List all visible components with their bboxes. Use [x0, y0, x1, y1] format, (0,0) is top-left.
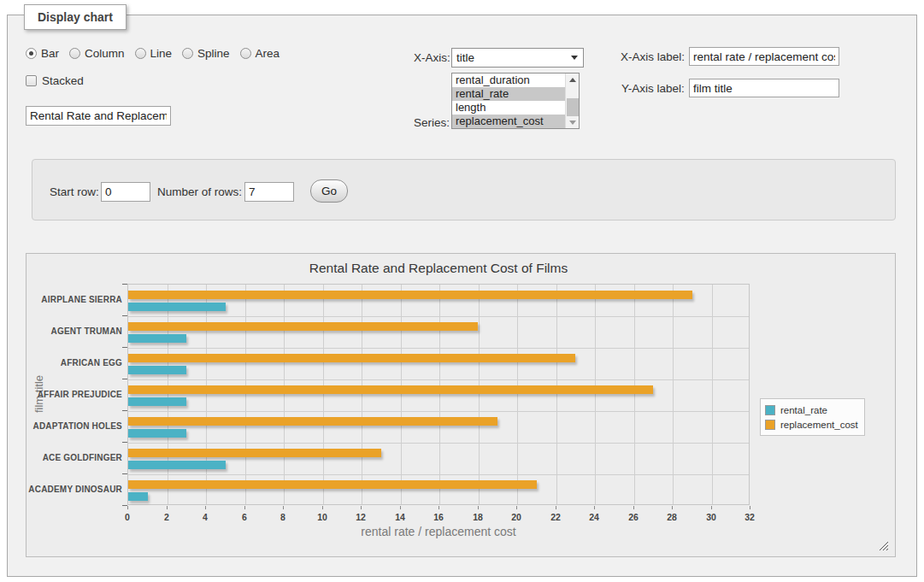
x-tick-mark: [400, 506, 401, 509]
gridline-vertical: [556, 285, 557, 504]
category-label: ADAPTATION HOLES: [28, 410, 122, 442]
gridline-vertical: [168, 285, 168, 504]
y-tick-mark: [122, 410, 127, 411]
chevron-down-icon: [571, 56, 578, 60]
fieldset-legend: Display chart: [24, 4, 127, 30]
x-axis-label-input[interactable]: [689, 47, 839, 66]
x-tick-label: 16: [421, 512, 456, 522]
chart-title: Rental Rate and Replacement Cost of Film…: [127, 261, 750, 276]
radio-label: Column: [85, 47, 125, 60]
gridline-horizontal: [128, 443, 749, 444]
legend-label: replacement_cost: [780, 420, 858, 430]
y-tick-mark: [122, 284, 127, 285]
x-tick-label: 24: [577, 512, 611, 522]
x-tick-label: 8: [266, 512, 300, 522]
x-tick-mark: [438, 506, 439, 509]
row-controls-panel: Start row: Number of rows: Go: [32, 159, 896, 220]
series-option-length[interactable]: length: [452, 101, 565, 115]
x-tick-label: 30: [694, 512, 728, 522]
radio-circle[interactable]: [135, 48, 146, 59]
y-tick-mark: [122, 347, 127, 348]
radio-spline[interactable]: Spline: [182, 47, 230, 60]
resize-handle[interactable]: [879, 541, 889, 551]
radio-column[interactable]: Column: [69, 47, 125, 60]
legend-swatch-rental_rate: [765, 405, 775, 415]
series-listbox[interactable]: rental_durationrental_ratelengthreplacem…: [451, 73, 580, 129]
stacked-checkbox[interactable]: [26, 75, 37, 86]
series-options: rental_durationrental_ratelengthreplacem…: [452, 73, 565, 128]
x-tick-mark: [594, 506, 595, 509]
radio-circle[interactable]: [240, 48, 251, 59]
chart-legend: rental_ratereplacement_cost: [760, 398, 865, 436]
legend-row: replacement_cost: [765, 417, 858, 432]
x-tick-label: 4: [188, 512, 222, 522]
x-tick-label: 10: [305, 512, 339, 522]
radio-label: Line: [150, 47, 173, 60]
bar-rental_rate: [128, 303, 226, 311]
x-tick-label: 18: [461, 512, 495, 522]
bar-replacement_cost: [128, 417, 497, 426]
bar-replacement_cost: [128, 385, 653, 394]
gridline-vertical: [323, 285, 324, 504]
x-axis-label-caption: X-Axis label:: [621, 50, 685, 63]
y-tick-mark: [122, 379, 127, 379]
radio-circle[interactable]: [26, 48, 37, 59]
category-label: AGENT TRUMAN: [28, 315, 122, 347]
radio-area[interactable]: Area: [240, 47, 280, 60]
x-axis-select[interactable]: title: [451, 48, 584, 68]
bar-rental_rate: [128, 334, 186, 343]
y-tick-mark: [122, 442, 127, 443]
radio-label: Area: [256, 47, 280, 60]
category-label: AFRICAN EGG: [28, 347, 122, 379]
gridline-horizontal: [128, 379, 749, 380]
series-option-rental_duration[interactable]: rental_duration: [452, 73, 565, 87]
y-axis-label-input[interactable]: [689, 79, 839, 97]
gridline-horizontal: [128, 316, 749, 317]
gridline-vertical: [712, 285, 713, 504]
gridline-vertical: [439, 285, 440, 504]
x-tick-mark: [322, 506, 323, 509]
x-tick-mark: [205, 506, 206, 509]
plot-area: [127, 284, 750, 505]
radio-label: Spline: [197, 47, 230, 60]
legend-row: rental_rate: [765, 403, 858, 417]
gridline-horizontal: [128, 474, 749, 475]
scroll-down-icon[interactable]: [566, 116, 580, 128]
go-button[interactable]: Go: [310, 179, 348, 203]
bar-rental_rate: [128, 461, 226, 469]
gridline-vertical: [362, 285, 362, 504]
x-tick-label: 14: [383, 512, 417, 522]
bar-rental_rate: [128, 366, 186, 374]
start-row-input[interactable]: [101, 182, 150, 202]
x-tick-mark: [283, 506, 284, 509]
gridline-vertical: [517, 285, 518, 504]
category-label: ACADEMY DINOSAUR: [28, 473, 122, 505]
series-option-replacement_cost[interactable]: replacement_cost: [452, 115, 565, 128]
chart-title-input[interactable]: [26, 106, 171, 126]
x-tick-label: 2: [150, 512, 184, 522]
radio-circle[interactable]: [69, 48, 80, 59]
y-tick-mark: [122, 473, 127, 474]
radio-bar[interactable]: Bar: [26, 47, 59, 60]
category-label: ACE GOLDFINGER: [28, 442, 122, 473]
x-tick-label: 32: [733, 512, 767, 522]
series-option-rental_rate[interactable]: rental_rate: [452, 87, 565, 101]
x-tick-mark: [711, 506, 712, 509]
gridline-vertical: [634, 285, 635, 504]
scrollbar-thumb[interactable]: [567, 98, 579, 116]
scroll-up-icon[interactable]: [566, 73, 580, 85]
radio-circle[interactable]: [182, 48, 193, 59]
x-tick-mark: [516, 506, 517, 509]
radio-line[interactable]: Line: [135, 47, 173, 60]
stacked-option[interactable]: Stacked: [26, 74, 84, 87]
gridline-horizontal: [128, 411, 749, 412]
bar-replacement_cost: [128, 322, 478, 331]
bar-rental_rate: [128, 397, 186, 406]
legend-swatch-replacement_cost: [765, 420, 775, 430]
bar-rental_rate: [128, 492, 148, 501]
category-label: AIRPLANE SIERRA: [28, 284, 122, 315]
series-scrollbar[interactable]: [565, 73, 579, 128]
y-tick-mark: [122, 315, 127, 316]
num-rows-input[interactable]: [244, 182, 294, 202]
x-tick-mark: [556, 506, 556, 509]
